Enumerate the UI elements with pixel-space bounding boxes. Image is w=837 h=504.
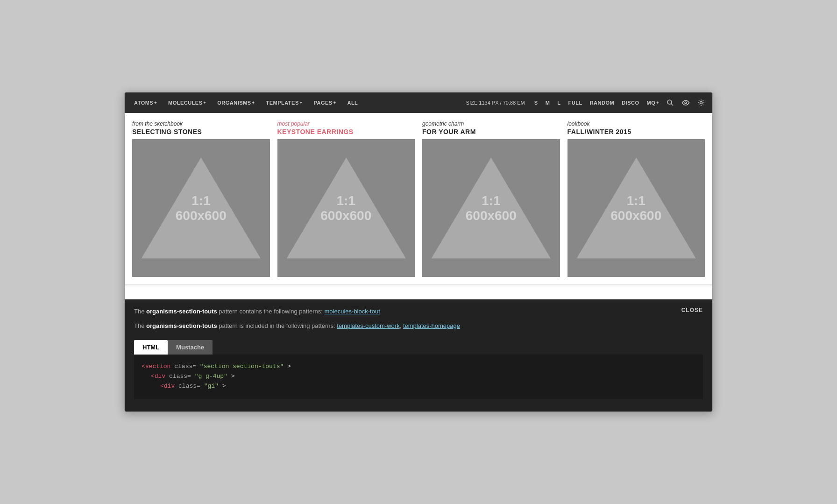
tout-3-title: FOR YOUR ARM	[422, 128, 560, 135]
pattern-info-line2: The organisms-section-touts pattern is i…	[134, 321, 703, 331]
bottom-panel: CLOSE The organisms-section-touts patter…	[125, 299, 712, 412]
gear-icon[interactable]	[694, 92, 709, 113]
touts-section: from the sketchbook SELECTING STONES 1:1…	[125, 113, 712, 285]
nav-atoms[interactable]: ATOMS+	[128, 92, 163, 113]
browser-window: ATOMS+ MOLECULES+ ORGANISMS+ TEMPLATES+ …	[124, 92, 713, 412]
nav-mq[interactable]: MQ +	[643, 92, 663, 113]
nav-l[interactable]: L	[553, 92, 564, 113]
nav-random[interactable]: RANDOM	[586, 92, 618, 113]
nav-molecules[interactable]: MOLECULES+	[163, 92, 212, 113]
nav-pages[interactable]: PAGES+	[308, 92, 341, 113]
tout-1-image: 1:1 600x600	[132, 139, 270, 277]
code-area: <section class= "section section-touts" …	[134, 355, 703, 398]
size-indicator: SIZE 1134 PX / 70.88 EM	[461, 100, 531, 106]
code-line-2: <div class= "g g-4up" >	[151, 372, 695, 382]
svg-line-1	[671, 104, 673, 106]
pattern-link-molecules[interactable]: molecules-block-tout	[325, 308, 380, 315]
tout-item-2: most popular KEYSTONE EARRINGS 1:1 600x6…	[277, 121, 415, 277]
nav-disco[interactable]: DISCO	[618, 92, 643, 113]
pattern-link-homepage[interactable]: templates-homepage	[403, 322, 460, 329]
tout-item-3: geometric charm FOR YOUR ARM 1:1 600x600	[422, 121, 560, 277]
main-content: from the sketchbook SELECTING STONES 1:1…	[125, 113, 712, 299]
nav-left: ATOMS+ MOLECULES+ ORGANISMS+ TEMPLATES+ …	[128, 92, 461, 113]
nav-s[interactable]: S	[531, 92, 542, 113]
svg-point-2	[685, 102, 687, 104]
tout-1-subtitle: from the sketchbook	[132, 121, 270, 127]
separator	[125, 285, 712, 299]
close-button[interactable]: CLOSE	[681, 307, 703, 313]
tab-mustache[interactable]: Mustache	[168, 340, 213, 355]
code-tabs: HTML Mustache <section class= "section s…	[134, 340, 703, 398]
tout-3-subtitle: geometric charm	[422, 121, 560, 127]
nav-templates[interactable]: TEMPLATES+	[260, 92, 308, 113]
tout-4-image: 1:1 600x600	[567, 139, 705, 277]
nav-organisms[interactable]: ORGANISMS+	[212, 92, 260, 113]
nav-full[interactable]: FULL	[565, 92, 586, 113]
svg-point-0	[667, 100, 672, 104]
tab-buttons: HTML Mustache	[134, 340, 703, 355]
code-line-1: <section class= "section section-touts" …	[142, 362, 695, 372]
tout-item-4: lookbook FALL/WINTER 2015 1:1 600x600	[567, 121, 705, 277]
tab-html[interactable]: HTML	[134, 340, 168, 355]
tout-2-title: KEYSTONE EARRINGS	[277, 128, 415, 135]
nav-m[interactable]: M	[542, 92, 554, 113]
nav-right: SIZE 1134 PX / 70.88 EM S M L FULL RANDO…	[461, 92, 709, 113]
tout-2-subtitle: most popular	[277, 121, 415, 127]
code-line-3: <div class= "gi" >	[160, 382, 695, 391]
nav-bar: ATOMS+ MOLECULES+ ORGANISMS+ TEMPLATES+ …	[125, 92, 712, 113]
tout-item-1: from the sketchbook SELECTING STONES 1:1…	[132, 121, 270, 277]
svg-point-3	[700, 102, 702, 104]
pattern-name-1: organisms-section-touts	[146, 308, 217, 315]
tout-4-subtitle: lookbook	[567, 121, 705, 127]
nav-all[interactable]: ALL	[341, 92, 363, 113]
eye-icon[interactable]	[678, 92, 694, 113]
tout-2-image: 1:1 600x600	[277, 139, 415, 277]
pattern-name-2: organisms-section-touts	[146, 322, 217, 329]
pattern-link-custom-work[interactable]: templates-custom-work	[337, 322, 399, 329]
tout-4-title: FALL/WINTER 2015	[567, 128, 705, 135]
tout-1-title: SELECTING STONES	[132, 128, 270, 135]
search-icon[interactable]	[663, 92, 678, 113]
pattern-info-line1: The organisms-section-touts pattern cont…	[134, 307, 703, 317]
tout-3-image: 1:1 600x600	[422, 139, 560, 277]
